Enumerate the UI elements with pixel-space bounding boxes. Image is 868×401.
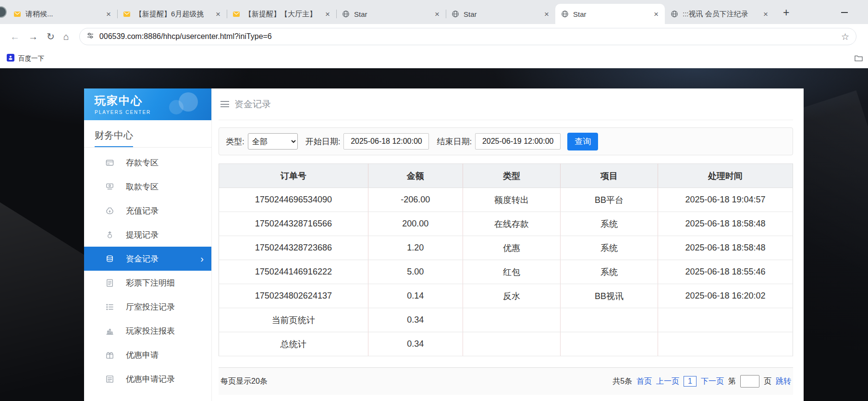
player-center-panel: 玩家中心 PLAYERS CENTER 财务中心 存款专区 取款专区 充值记录 bbox=[84, 88, 804, 401]
page-jump-input[interactable] bbox=[740, 375, 759, 388]
sidebar-menu: 存款专区 取款专区 充值记录 提现记录 资金记录 › bbox=[84, 148, 211, 391]
table-cell: 2025-06-18 18:55:46 bbox=[658, 260, 793, 284]
table-cell: 系统 bbox=[561, 236, 658, 260]
tab-close-icon[interactable]: × bbox=[762, 10, 770, 18]
tab-close-icon[interactable]: × bbox=[324, 10, 331, 18]
table-cell: 系统 bbox=[561, 260, 658, 284]
table-row-page-summary: 当前页统计 0.34 bbox=[219, 308, 793, 332]
globe-favicon bbox=[342, 10, 350, 18]
table-row: 1750244696534090 -206.00 额度转出 BB平台 2025-… bbox=[219, 188, 793, 212]
table-cell: 红包 bbox=[463, 260, 560, 284]
funds-records-table: 订单号 金额 类型 项目 处理时间 1750244696534090 -206.… bbox=[219, 163, 793, 356]
query-button[interactable]: 查询 bbox=[567, 133, 598, 150]
tab-close-icon[interactable]: × bbox=[543, 10, 550, 18]
sidebar-item-lottery-bet-detail[interactable]: 彩票下注明细 bbox=[84, 271, 211, 295]
forward-icon[interactable]: → bbox=[24, 29, 42, 44]
table-cell: BB平台 bbox=[561, 188, 658, 212]
first-page-link[interactable]: 首页 bbox=[636, 376, 652, 387]
sidebar-item-promo-apply[interactable]: 优惠申请 bbox=[84, 343, 211, 367]
reload-icon[interactable]: ↻ bbox=[42, 29, 59, 44]
col-header-type: 类型 bbox=[463, 164, 560, 188]
end-date-input[interactable] bbox=[475, 133, 561, 150]
home-icon[interactable]: ⌂ bbox=[59, 29, 73, 44]
browser-tab-1[interactable]: 请稍候... × bbox=[8, 4, 117, 24]
table-cell bbox=[561, 308, 658, 332]
bookmarks-folder-icon[interactable] bbox=[854, 54, 863, 65]
tab-close-icon[interactable]: × bbox=[214, 10, 222, 18]
sidebar-item-label: 取款专区 bbox=[126, 181, 159, 192]
page-title: 资金记录 bbox=[234, 98, 271, 111]
col-header-amount: 金额 bbox=[368, 164, 463, 188]
prev-page-link[interactable]: 上一页 bbox=[656, 376, 679, 387]
table-cell: BB视讯 bbox=[561, 284, 658, 308]
total-count-text: 共5条 bbox=[612, 376, 632, 387]
sidebar-item-label: 厅室投注记录 bbox=[126, 301, 175, 313]
hall-bet-list-icon bbox=[105, 302, 114, 312]
table-cell: 1750244696534090 bbox=[219, 188, 368, 212]
minimize-button[interactable] bbox=[841, 12, 848, 13]
back-icon[interactable]: ← bbox=[6, 29, 24, 44]
table-cell: 2025-06-18 19:04:57 bbox=[658, 188, 793, 212]
start-date-input[interactable] bbox=[343, 133, 429, 150]
browser-tab-3[interactable]: 【新提醒】【大厅主】 × bbox=[227, 4, 336, 24]
table-cell: 2025-06-18 16:20:02 bbox=[658, 284, 793, 308]
sidebar-item-label: 优惠申请记录 bbox=[126, 374, 175, 385]
tab-title: :::视讯 会员下注纪录 bbox=[683, 10, 762, 19]
bookmark-baidu[interactable]: 百度一下 bbox=[7, 54, 44, 63]
browser-toolbar: ← → ↻ ⌂ 006539.com:8886/hhcp/usercenter.… bbox=[0, 24, 868, 49]
hamburger-icon[interactable] bbox=[220, 101, 229, 107]
table-cell bbox=[658, 308, 793, 332]
browser-tab-2[interactable]: 【新提醒】6月超级挑 × bbox=[117, 4, 227, 24]
table-cell: 2025-06-18 18:58:48 bbox=[658, 236, 793, 260]
sidebar-title: 玩家中心 bbox=[95, 93, 211, 108]
sidebar-item-hall-bet-records[interactable]: 厅室投注记录 bbox=[84, 295, 211, 319]
browser-tab-7[interactable]: :::视讯 会员下注纪录 × bbox=[665, 4, 774, 24]
table-cell bbox=[561, 332, 658, 356]
page-suffix-label: 页 bbox=[764, 376, 771, 387]
sidebar-section-label: 财务中心 bbox=[95, 129, 133, 147]
tab-title: Star bbox=[354, 10, 433, 18]
browser-tab-4[interactable]: Star × bbox=[336, 4, 446, 24]
sidebar-item-withdrawal-records[interactable]: 提现记录 bbox=[84, 223, 211, 247]
col-header-project: 项目 bbox=[561, 164, 658, 188]
url-text[interactable]: 006539.com:8886/hhcp/usercenter.html?ini… bbox=[99, 32, 836, 41]
tab-close-icon[interactable]: × bbox=[652, 10, 660, 18]
sidebar-item-recharge-records[interactable]: 充值记录 bbox=[84, 199, 211, 223]
start-date-label: 开始日期: bbox=[306, 136, 341, 147]
sidebar-item-deposit[interactable]: 存款专区 bbox=[84, 150, 211, 175]
table-row: 1750234802624137 0.14 反水 BB视讯 2025-06-18… bbox=[219, 284, 793, 308]
tab-title: 【新提醒】6月超级挑 bbox=[135, 10, 214, 19]
sidebar-item-promo-apply-records[interactable]: 优惠申请记录 bbox=[84, 367, 211, 391]
page-size-text: 每页显示20条 bbox=[220, 376, 268, 387]
current-page-badge[interactable]: 1 bbox=[684, 376, 697, 387]
sidebar-item-player-bet-report[interactable]: 玩家投注报表 bbox=[84, 319, 211, 343]
mail-favicon bbox=[123, 10, 131, 18]
new-tab-button[interactable]: + bbox=[780, 6, 792, 19]
next-page-link[interactable]: 下一页 bbox=[701, 376, 724, 387]
page-background: 玩家中心 PLAYERS CENTER 财务中心 存款专区 取款专区 充值记录 bbox=[0, 68, 868, 401]
globe-favicon bbox=[671, 10, 678, 18]
type-select[interactable]: 全部 bbox=[248, 133, 298, 150]
site-settings-icon[interactable] bbox=[86, 32, 94, 41]
sidebar-item-label: 充值记录 bbox=[126, 205, 159, 216]
browser-avatar[interactable] bbox=[0, 6, 7, 18]
table-cell: 1750244146916222 bbox=[219, 260, 368, 284]
sidebar-item-label: 提现记录 bbox=[126, 229, 159, 240]
bookmark-star-icon[interactable]: ☆ bbox=[841, 31, 849, 42]
tab-title: 【新提醒】【大厅主】 bbox=[245, 10, 324, 19]
tab-title: 请稍候... bbox=[25, 10, 105, 19]
sidebar-item-funds-records[interactable]: 资金记录 › bbox=[84, 247, 211, 271]
withdraw-hand-icon bbox=[105, 182, 114, 191]
sidebar-item-label: 玩家投注报表 bbox=[126, 326, 175, 337]
browser-tab-5[interactable]: Star × bbox=[446, 4, 555, 24]
table-cell bbox=[463, 332, 560, 356]
jump-link[interactable]: 跳转 bbox=[776, 376, 791, 387]
address-bar[interactable]: 006539.com:8886/hhcp/usercenter.html?ini… bbox=[79, 28, 856, 45]
table-cell: 5.00 bbox=[368, 260, 463, 284]
tab-close-icon[interactable]: × bbox=[105, 10, 112, 18]
table-cell: 1.20 bbox=[368, 236, 463, 260]
browser-tab-6-active[interactable]: Star × bbox=[555, 4, 665, 24]
sidebar-item-withdraw[interactable]: 取款专区 bbox=[84, 175, 211, 199]
tab-close-icon[interactable]: × bbox=[433, 10, 441, 18]
mail-favicon bbox=[13, 10, 21, 18]
